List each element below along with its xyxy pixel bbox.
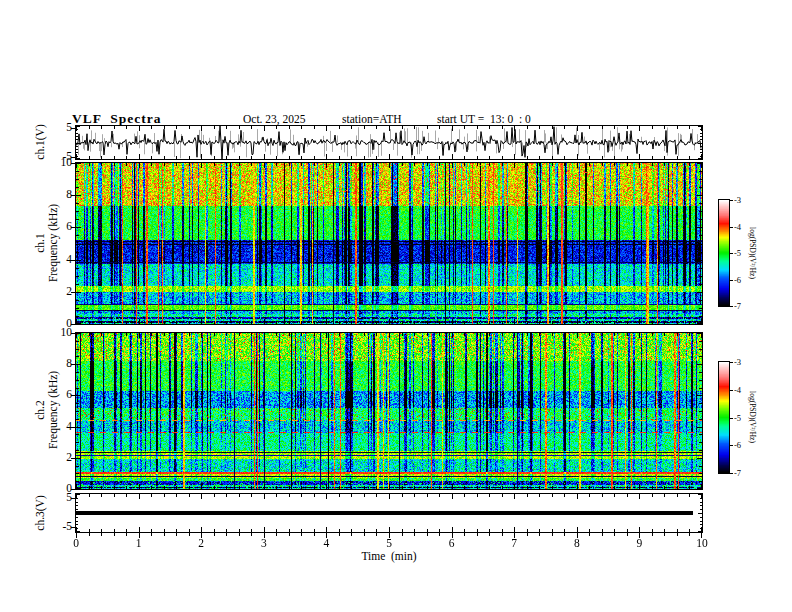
axis-tick-mark [730, 390, 733, 391]
axis-tick-mark [71, 260, 75, 261]
axis-tick-mark [71, 128, 75, 129]
axis-tick-mark [71, 427, 75, 428]
axis-tick-mark [730, 445, 733, 446]
ch2-spectrogram-panel [75, 332, 703, 490]
axis-tick-mark [71, 195, 75, 196]
colorbar-tick-label: -7 [734, 468, 754, 478]
x-tick-label: 10 [687, 537, 717, 549]
axis-tick-mark [71, 498, 75, 499]
ch3-waveform-canvas [76, 494, 702, 532]
volt-tick-label: -5 [44, 520, 72, 532]
ch2-spec-ylabel-line2: Frequency (kHz) [47, 371, 60, 449]
x-axis-title: Time (min) [314, 550, 464, 562]
axis-tick-mark [730, 227, 733, 228]
date-label: Oct. 23, 2025 [243, 113, 306, 125]
ch2-spec-ylabel-line1: ch.2 [34, 371, 47, 449]
vlf-spectra-figure: VLF Spectra Oct. 23, 2025 station=ATH st… [0, 0, 792, 612]
axis-tick-mark [71, 458, 75, 459]
freq-tick-label: 2 [44, 451, 72, 463]
x-tick-label: 6 [437, 537, 467, 549]
ch2-colorbar-canvas [719, 362, 729, 473]
colorbar-tick-label: -3 [734, 357, 754, 367]
volt-tick-label: 5 [44, 121, 72, 133]
colorbar-tick-label: -3 [734, 195, 754, 205]
freq-tick-label: 6 [44, 388, 72, 400]
colorbar-tick-label: -7 [734, 301, 754, 311]
ch1-colorbar [718, 199, 730, 307]
ch1-waveform-panel [75, 125, 703, 160]
ch1-spectrogram-canvas [76, 163, 702, 324]
axis-tick-mark [730, 473, 733, 474]
x-tick-label: 8 [562, 537, 592, 549]
x-tick-label: 3 [249, 537, 279, 549]
ch1-spec-ylabel-line2: Frequency (kHz) [47, 204, 60, 282]
ch1-spec-ylabel: ch.1 Frequency (kHz) [34, 204, 59, 282]
freq-tick-label: 6 [44, 220, 72, 232]
colorbar-tick-label: -5 [734, 248, 754, 258]
x-tick-label: 7 [499, 537, 529, 549]
x-tick-label: 5 [374, 537, 404, 549]
x-tick-label: 1 [124, 537, 154, 549]
volt-tick-label: -5 [44, 150, 72, 162]
axis-tick-mark [71, 157, 75, 158]
axis-tick-mark [730, 253, 733, 254]
ch2-colorbar [718, 361, 730, 474]
freq-tick-label: 4 [44, 420, 72, 432]
axis-tick-mark [730, 306, 733, 307]
x-tick-label: 2 [186, 537, 216, 549]
ch2-spectrogram-canvas [76, 333, 702, 489]
axis-tick-mark [71, 489, 75, 490]
colorbar-tick-label: -4 [734, 385, 754, 395]
freq-tick-label: 8 [44, 357, 72, 369]
axis-tick-mark [71, 163, 75, 164]
ch1-spec-ylabel-line1: ch.1 [34, 204, 47, 282]
freq-tick-label: 2 [44, 285, 72, 297]
ch2-spec-ylabel: ch.2 Frequency (kHz) [34, 371, 59, 449]
x-tick-label: 4 [311, 537, 341, 549]
x-tick-label: 9 [624, 537, 654, 549]
axis-tick-mark [71, 527, 75, 528]
x-tick-label: 0 [61, 537, 91, 549]
axis-tick-mark [730, 200, 733, 201]
start-ut-label: start UT = 13: 0 : 0 [437, 113, 531, 125]
axis-tick-mark [71, 395, 75, 396]
axis-tick-mark [730, 280, 733, 281]
axis-tick-mark [71, 292, 75, 293]
freq-tick-label: 10 [44, 326, 72, 338]
axis-tick-mark [730, 362, 733, 363]
ch1-spectrogram-panel [75, 162, 703, 325]
colorbar-tick-label: -6 [734, 440, 754, 450]
station-label: station=ATH [342, 113, 402, 125]
colorbar-tick-label: -5 [734, 413, 754, 423]
axis-tick-mark [71, 227, 75, 228]
freq-tick-label: 4 [44, 253, 72, 265]
volt-tick-label: 5 [44, 491, 72, 503]
ch3-waveform-panel [75, 493, 703, 533]
axis-tick-mark [71, 324, 75, 325]
freq-tick-label: 8 [44, 188, 72, 200]
colorbar-tick-label: -4 [734, 222, 754, 232]
axis-tick-mark [71, 364, 75, 365]
ch1-colorbar-canvas [719, 200, 729, 306]
axis-tick-mark [71, 333, 75, 334]
ch1-waveform-canvas [76, 126, 702, 159]
colorbar-tick-label: -6 [734, 275, 754, 285]
axis-tick-mark [730, 418, 733, 419]
